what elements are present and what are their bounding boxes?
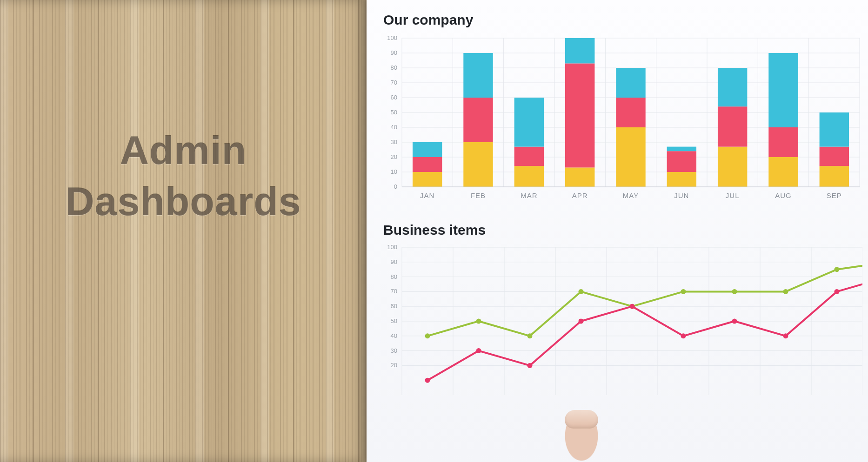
line-point (579, 319, 584, 324)
line-point (579, 289, 584, 294)
x-tick-label: JUL (726, 191, 740, 199)
y-tick-label: 80 (391, 64, 397, 71)
x-tick-label: MAY (623, 191, 639, 199)
business-line-chart: 2030405060708090100 (383, 244, 862, 398)
finger-photo-detail (554, 406, 609, 462)
wood-panel: Admin Dashboards (0, 0, 367, 462)
section-title-company: Our company (383, 12, 864, 28)
y-tick-label: 80 (391, 273, 397, 280)
bar-segment (413, 157, 442, 172)
line-point (835, 289, 840, 294)
y-tick-label: 20 (391, 153, 397, 160)
x-tick-label: JUN (674, 191, 689, 199)
x-tick-label: APR (572, 191, 588, 199)
bar-segment (514, 166, 544, 187)
bar-segment (463, 53, 493, 98)
line-point (425, 378, 430, 383)
y-tick-label: 0 (394, 183, 397, 190)
y-tick-label: 20 (391, 362, 397, 369)
hero-title-line1: Admin (0, 130, 367, 170)
line-point (681, 333, 686, 338)
y-tick-label: 30 (391, 347, 397, 354)
bar-segment (820, 112, 849, 147)
line-point (527, 363, 533, 368)
bar-segment (667, 147, 696, 152)
bar-segment (820, 166, 849, 187)
bar-segment (565, 38, 594, 63)
bar-segment (565, 63, 594, 167)
bar-segment (768, 53, 798, 127)
y-tick-label: 90 (391, 49, 397, 56)
bar-segment (768, 127, 798, 157)
bar-segment (413, 142, 442, 157)
bar-segment (463, 142, 493, 187)
line-point (681, 289, 686, 294)
bar-segment (514, 98, 544, 147)
bar-segment (718, 68, 747, 106)
y-tick-label: 90 (391, 258, 397, 265)
paper-report: Our company 0102030405060708090100JANFEB… (367, 0, 868, 462)
y-tick-label: 100 (387, 244, 397, 251)
y-tick-label: 70 (391, 288, 397, 295)
line-point (732, 289, 737, 294)
bar-segment (667, 172, 696, 187)
company-bar-chart: 0102030405060708090100JANFEBMARAPRMAYJUN… (383, 34, 862, 206)
bar-segment (820, 147, 849, 166)
x-tick-label: FEB (471, 191, 486, 199)
y-tick-label: 40 (391, 332, 397, 339)
x-tick-label: SEP (827, 191, 842, 199)
y-tick-label: 50 (391, 109, 397, 116)
bar-segment (718, 147, 747, 187)
bar-segment (463, 98, 493, 142)
x-tick-label: JAN (420, 191, 434, 199)
bar-segment (413, 172, 442, 187)
section-title-business: Business items (383, 222, 864, 238)
line-point (425, 333, 430, 338)
hero-title-line2: Dashboards (0, 181, 367, 221)
line-point (783, 333, 788, 338)
bar-segment (667, 151, 696, 172)
line-point (783, 289, 788, 294)
bar-segment (514, 147, 544, 166)
bar-segment (768, 157, 798, 187)
y-tick-label: 10 (391, 168, 397, 175)
line-point (630, 304, 635, 309)
y-tick-label: 30 (391, 139, 397, 145)
bar-segment (616, 68, 645, 98)
x-tick-label: AUG (775, 191, 792, 199)
line-series (427, 277, 862, 381)
bar-segment (718, 106, 747, 146)
y-tick-label: 60 (391, 94, 397, 101)
y-tick-label: 50 (391, 317, 397, 324)
x-tick-label: MAR (521, 191, 537, 199)
line-point (476, 348, 481, 353)
line-point (476, 319, 481, 324)
y-tick-label: 70 (391, 79, 397, 86)
line-point (732, 319, 737, 324)
y-tick-label: 40 (391, 124, 397, 131)
bar-segment (616, 98, 645, 127)
bar-segment (565, 167, 594, 187)
line-point (527, 333, 533, 338)
y-tick-label: 100 (387, 34, 397, 41)
bar-segment (616, 127, 645, 187)
line-point (835, 267, 840, 272)
y-tick-label: 60 (391, 303, 397, 310)
